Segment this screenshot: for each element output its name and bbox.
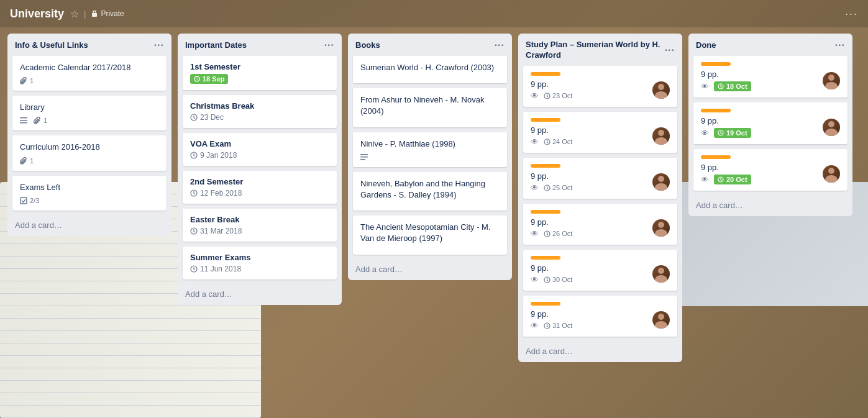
done-pp-2: 9 pp. <box>701 116 751 125</box>
clock-icon-easter <box>190 227 198 235</box>
study-meta-5: 👁 30 Oct <box>531 275 572 284</box>
study-card-3[interactable]: 9 pp. 👁 25 Oct <box>523 158 677 199</box>
card-book1[interactable]: Sumerian World - H. Crawford (2003) <box>353 56 507 83</box>
add-card-info[interactable]: Add a card… <box>15 220 164 230</box>
clock-icon-s5 <box>544 276 550 283</box>
svg-rect-0 <box>92 13 97 17</box>
study-card-2[interactable]: 9 pp. 👁 24 Oct <box>523 112 677 153</box>
column-menu-books[interactable]: ··· <box>495 40 505 51</box>
done-card-left-3: 9 pp. 👁 20 Oct <box>701 163 751 184</box>
done-card-row-1: 9 pp. 👁 18 Oct <box>701 70 840 91</box>
checkbox-icon <box>20 197 27 204</box>
add-card-books[interactable]: Add a card… <box>355 265 505 274</box>
list-icon <box>20 117 27 124</box>
column-menu-done[interactable]: ··· <box>835 40 845 51</box>
column-menu-info[interactable]: ··· <box>154 40 164 51</box>
clock-icon <box>194 76 200 82</box>
column-header-info: Info & Useful Links ··· <box>7 34 171 56</box>
svg-rect-1 <box>20 117 27 119</box>
done-card-1[interactable]: 9 pp. 👁 18 Oct <box>693 56 847 98</box>
attachment-count-academic: 1 <box>20 77 34 84</box>
card-date-christmas: 23 Dec <box>190 113 329 122</box>
column-books: Books ··· Sumerian World - H. Crawford (… <box>348 34 512 280</box>
column-title-info: Info & Useful Links <box>15 40 154 51</box>
done-badge-1: 18 Oct <box>714 81 751 91</box>
date-badge-semester1: 18 Sep <box>190 74 228 84</box>
study-card-row-3: 9 pp. 👁 25 Oct <box>531 171 670 193</box>
card-meta-academic: 1 <box>20 77 159 84</box>
svg-rect-4 <box>21 198 27 204</box>
paperclip-icon-curriculum <box>20 157 27 165</box>
card-easter[interactable]: Easter Break 31 Mar 2018 <box>183 209 337 242</box>
board-title: University <box>10 7 64 20</box>
done-meta-1: 👁 18 Oct <box>701 81 751 91</box>
column-cards-books: Sumerian World - H. Crawford (2003) From… <box>348 56 512 260</box>
done-card-2[interactable]: 9 pp. 👁 19 Oct <box>693 102 847 144</box>
study-card-6[interactable]: 9 pp. 👁 31 Oct <box>523 296 677 337</box>
done-card-3[interactable]: 9 pp. 👁 20 Oct <box>693 149 847 191</box>
card-date-summer: 11 Jun 2018 <box>190 265 329 273</box>
card-library[interactable]: Library 1 <box>12 96 167 130</box>
column-footer-done: Add a card… <box>688 196 852 216</box>
card-christmas[interactable]: Christmas Break 23 Dec <box>183 95 337 128</box>
column-study: Study Plan – Sumerian World by H. Crawfo… <box>518 34 682 362</box>
card-book4[interactable]: Nineveh, Babylon and the Hanging Gardens… <box>353 172 507 211</box>
column-cards-info: Academic Calendar 2017/2018 1 Library <box>7 56 171 216</box>
clock-icon-s6 <box>544 322 550 329</box>
column-title-books: Books <box>355 40 495 51</box>
column-menu-dates[interactable]: ··· <box>324 40 334 51</box>
add-card-done[interactable]: Add a card… <box>696 201 845 210</box>
add-card-dates[interactable]: Add a card… <box>185 289 334 299</box>
study-card-row-5: 9 pp. 👁 30 Oct <box>531 263 670 284</box>
card-title-semester1: 1st Semester <box>190 62 329 71</box>
column-done: Done ··· 9 pp. 👁 <box>688 34 852 216</box>
study-card-row-4: 9 pp. 👁 26 Oct <box>531 217 670 239</box>
done-card-row-3: 9 pp. 👁 20 Oct <box>701 163 840 184</box>
done-card-left-1: 9 pp. 👁 18 Oct <box>701 70 751 91</box>
add-card-study[interactable]: Add a card… <box>526 347 675 356</box>
done-label-bar-1 <box>701 62 731 66</box>
card-book5[interactable]: The Ancient Mesopotamian City - M. Van d… <box>353 216 507 254</box>
card-book2[interactable]: From Ashur to Nineveh - M. Novak (2004) <box>353 88 507 127</box>
column-footer-books: Add a card… <box>348 260 512 280</box>
clock-icon-s3 <box>544 184 550 191</box>
board: Info & Useful Links ··· Academic Calenda… <box>0 27 868 418</box>
column-menu-study[interactable]: ··· <box>665 45 675 56</box>
avatar-s2 <box>652 127 670 145</box>
card-title-voa: VOA Exam <box>190 139 329 148</box>
study-card-4[interactable]: 9 pp. 👁 26 Oct <box>523 204 677 245</box>
column-header-books: Books ··· <box>348 34 512 56</box>
avatar-s5 <box>652 265 670 283</box>
study-card-1[interactable]: 9 pp. 👁 23 Oct <box>523 66 677 107</box>
date-text-6: 31 Oct <box>544 322 572 329</box>
card-title-summer: Summer Exams <box>190 253 329 262</box>
column-cards-dates: 1st Semester 18 Sep Christmas Break <box>178 56 342 284</box>
clock-icon-summer <box>190 265 198 273</box>
column-title-dates: Important Dates <box>185 40 324 51</box>
card-semester1[interactable]: 1st Semester 18 Sep <box>183 56 337 90</box>
card-voa[interactable]: VOA Exam 9 Jan 2018 <box>183 133 337 166</box>
date-text-2: 24 Oct <box>544 138 572 145</box>
card-book3[interactable]: Ninive - P. Matthiae (1998) <box>353 132 507 167</box>
study-meta-3: 👁 25 Oct <box>531 183 572 193</box>
card-academic[interactable]: Academic Calendar 2017/2018 1 <box>12 56 167 91</box>
study-meta-4: 👁 26 Oct <box>531 229 572 239</box>
label-bar-6 <box>531 302 560 306</box>
header-divider: | <box>84 9 86 19</box>
pp-text-5: 9 pp. <box>531 263 572 273</box>
star-icon[interactable]: ☆ <box>70 8 79 20</box>
study-card-5[interactable]: 9 pp. 👁 30 Oct <box>523 250 677 291</box>
header-menu-dots[interactable]: ··· <box>845 7 858 20</box>
card-meta-book3 <box>360 153 500 161</box>
pp-text-3: 9 pp. <box>531 171 572 181</box>
card-curriculum[interactable]: Curriculum 2016-2018 1 <box>12 135 167 170</box>
card-semester2[interactable]: 2nd Semester 12 Feb 2018 <box>183 171 337 204</box>
card-summer[interactable]: Summer Exams 11 Jun 2018 <box>183 247 337 279</box>
column-header-done: Done ··· <box>688 34 852 56</box>
card-exams[interactable]: Exams Left 2/3 <box>12 176 167 211</box>
card-title-book4: Nineveh, Babylon and the Hanging Gardens… <box>360 178 500 201</box>
paperclip-icon <box>20 77 27 84</box>
card-title-exams: Exams Left <box>20 182 159 193</box>
paperclip-icon-library <box>34 117 41 124</box>
card-title-book5: The Ancient Mesopotamian City - M. Van d… <box>360 222 500 244</box>
